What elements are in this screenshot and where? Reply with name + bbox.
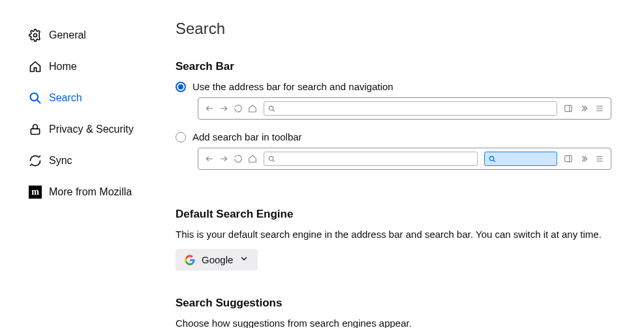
nav-icons bbox=[205, 154, 257, 163]
page-title: Search bbox=[176, 20, 611, 38]
svg-line-2 bbox=[37, 100, 40, 103]
search-bar-heading: Search Bar bbox=[176, 60, 611, 73]
radio-unselected-icon[interactable] bbox=[176, 132, 186, 142]
svg-point-15 bbox=[269, 156, 273, 160]
radio-label: Use the address bar for search and navig… bbox=[192, 81, 393, 92]
default-engine-desc: This is your default search engine in th… bbox=[176, 229, 611, 240]
gear-icon bbox=[29, 29, 42, 42]
engine-name: Google bbox=[202, 254, 233, 265]
lock-icon bbox=[29, 123, 42, 136]
nav-icons bbox=[205, 104, 257, 113]
svg-line-7 bbox=[273, 109, 275, 111]
sidebar-icon-small bbox=[564, 104, 573, 113]
radio-option-searchbar[interactable]: Add search bar in toolbar bbox=[176, 131, 611, 142]
toolbar-right-icons bbox=[564, 154, 604, 163]
chevron-down-icon bbox=[239, 254, 249, 265]
searchbar-preview bbox=[484, 152, 557, 166]
sidebar-icon-small bbox=[564, 154, 573, 163]
radio-label: Add search bar in toolbar bbox=[192, 131, 302, 142]
svg-line-18 bbox=[493, 159, 495, 161]
menu-icon bbox=[595, 154, 604, 163]
sidebar-item-search[interactable]: Search bbox=[29, 82, 153, 114]
back-icon bbox=[205, 104, 214, 113]
suggestions-desc: Choose how suggestions from search engin… bbox=[176, 318, 611, 328]
settings-sidebar: General Home Search Privacy & Security S… bbox=[0, 0, 153, 328]
sidebar-item-label: More from Mozilla bbox=[49, 186, 132, 198]
sidebar-item-label: Home bbox=[49, 61, 77, 73]
overflow-icon bbox=[579, 154, 589, 163]
sidebar-item-general[interactable]: General bbox=[29, 20, 153, 51]
toolbar-preview-unified bbox=[198, 97, 611, 120]
svg-line-16 bbox=[273, 159, 275, 161]
sidebar-item-privacy[interactable]: Privacy & Security bbox=[29, 114, 153, 145]
forward-icon bbox=[219, 154, 228, 163]
search-icon-small bbox=[268, 156, 275, 163]
default-engine-select[interactable]: Google bbox=[176, 249, 258, 271]
home-icon-small bbox=[248, 154, 257, 163]
reload-icon bbox=[234, 154, 243, 163]
sidebar-item-label: General bbox=[49, 29, 86, 41]
urlbar-preview bbox=[264, 101, 557, 116]
mozilla-icon: m bbox=[29, 186, 42, 199]
search-icon bbox=[29, 91, 42, 105]
menu-icon bbox=[595, 104, 604, 113]
svg-point-17 bbox=[489, 156, 493, 160]
home-icon-small bbox=[248, 104, 257, 113]
sidebar-item-mozilla[interactable]: m More from Mozilla bbox=[29, 176, 153, 208]
svg-point-6 bbox=[269, 106, 273, 110]
sidebar-item-label: Sync bbox=[49, 155, 72, 167]
sidebar-item-label: Search bbox=[49, 92, 82, 104]
toolbar-right-icons bbox=[564, 104, 604, 113]
default-engine-heading: Default Search Engine bbox=[176, 208, 611, 221]
home-icon bbox=[29, 60, 42, 73]
sidebar-item-home[interactable]: Home bbox=[29, 51, 153, 82]
radio-option-addressbar[interactable]: Use the address bar for search and navig… bbox=[176, 81, 611, 92]
search-icon-small bbox=[489, 156, 496, 163]
toolbar-preview-separate bbox=[198, 148, 611, 170]
radio-selected-icon[interactable] bbox=[176, 82, 186, 92]
search-icon-small bbox=[268, 105, 275, 112]
svg-rect-8 bbox=[565, 105, 572, 111]
svg-point-0 bbox=[34, 34, 37, 37]
sync-icon bbox=[29, 154, 42, 167]
svg-rect-3 bbox=[31, 129, 39, 134]
sidebar-item-sync[interactable]: Sync bbox=[29, 145, 153, 176]
forward-icon bbox=[219, 104, 228, 113]
reload-icon bbox=[234, 104, 243, 113]
suggestions-heading: Search Suggestions bbox=[176, 297, 611, 310]
urlbar-preview bbox=[264, 152, 478, 166]
back-icon bbox=[205, 154, 214, 163]
overflow-icon bbox=[579, 104, 589, 113]
settings-main: Search Search Bar Use the address bar fo… bbox=[153, 0, 644, 328]
sidebar-item-label: Privacy & Security bbox=[49, 123, 134, 135]
google-icon bbox=[185, 255, 195, 265]
svg-rect-19 bbox=[565, 156, 572, 161]
